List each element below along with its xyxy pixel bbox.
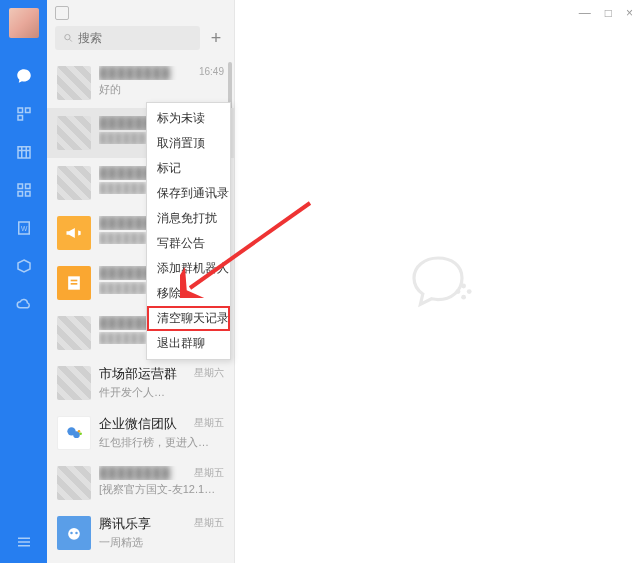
chat-avatar bbox=[57, 516, 91, 550]
chat-list-column: + ████████好的16:49██████████████15:24████… bbox=[47, 0, 235, 563]
chat-avatar bbox=[57, 166, 91, 200]
calendar-icon[interactable] bbox=[14, 142, 34, 162]
chat-item[interactable]: 企业微信团队红包排行榜，更进入…星期五 bbox=[47, 408, 234, 458]
context-menu-item[interactable]: 标为未读 bbox=[147, 106, 230, 131]
maximize-button[interactable]: □ bbox=[605, 6, 612, 20]
chat-item[interactable]: 腾讯乐享一周精选星期五 bbox=[47, 508, 234, 558]
contacts-icon[interactable] bbox=[14, 104, 34, 124]
window-controls: — □ × bbox=[579, 6, 633, 20]
wecom-logo-icon bbox=[398, 242, 478, 322]
context-menu-item[interactable]: 消息免打扰 bbox=[147, 206, 230, 231]
chat-avatar bbox=[57, 116, 91, 150]
context-menu-item[interactable]: 移除 bbox=[147, 281, 230, 306]
chat-item[interactable]: 审批你的用章申请（不外…星期四 bbox=[47, 558, 234, 563]
svg-rect-10 bbox=[25, 192, 30, 197]
list-tab-toggle[interactable] bbox=[55, 6, 69, 20]
workspace-icon[interactable] bbox=[14, 256, 34, 276]
chat-time: 星期五 bbox=[194, 416, 224, 430]
nav-sidebar: W bbox=[0, 0, 47, 563]
add-button[interactable]: + bbox=[206, 28, 226, 48]
apps-icon[interactable] bbox=[14, 180, 34, 200]
context-menu-item[interactable]: 标记 bbox=[147, 156, 230, 181]
svg-rect-0 bbox=[18, 108, 23, 113]
svg-point-32 bbox=[461, 294, 466, 299]
chat-subtitle: 件开发个人… bbox=[99, 385, 224, 400]
close-button[interactable]: × bbox=[626, 6, 633, 20]
chat-time: 16:49 bbox=[199, 66, 224, 77]
svg-rect-3 bbox=[18, 147, 30, 158]
svg-rect-2 bbox=[18, 116, 23, 121]
svg-point-30 bbox=[456, 289, 461, 294]
svg-point-25 bbox=[79, 433, 82, 436]
docs-icon[interactable]: W bbox=[14, 218, 34, 238]
svg-point-31 bbox=[461, 283, 466, 288]
chat-avatar bbox=[57, 266, 91, 300]
svg-point-33 bbox=[467, 289, 472, 294]
main-area: — □ × bbox=[235, 0, 641, 563]
svg-line-18 bbox=[70, 39, 72, 41]
svg-text:W: W bbox=[21, 225, 28, 232]
chat-icon[interactable] bbox=[14, 66, 34, 86]
chat-time: 星期六 bbox=[194, 366, 224, 380]
chat-subtitle: 一周精选 bbox=[99, 535, 224, 550]
context-menu-item[interactable]: 保存到通讯录 bbox=[147, 181, 230, 206]
svg-rect-1 bbox=[25, 108, 30, 113]
chat-avatar bbox=[57, 466, 91, 500]
context-menu-item[interactable]: 取消置顶 bbox=[147, 131, 230, 156]
menu-toggle-icon[interactable] bbox=[15, 533, 33, 551]
chat-time: 星期五 bbox=[194, 466, 224, 480]
svg-rect-8 bbox=[25, 184, 30, 189]
search-box[interactable] bbox=[55, 26, 200, 50]
svg-point-28 bbox=[75, 532, 78, 535]
svg-point-17 bbox=[65, 34, 70, 39]
context-menu-item[interactable]: 退出群聊 bbox=[147, 331, 230, 356]
chat-subtitle: 好的 bbox=[99, 82, 224, 97]
chat-time: 星期五 bbox=[194, 516, 224, 530]
chat-avatar bbox=[57, 416, 91, 450]
avatar[interactable] bbox=[9, 8, 39, 38]
search-input[interactable] bbox=[78, 31, 192, 45]
svg-rect-9 bbox=[18, 192, 23, 197]
context-menu-item[interactable]: 清空聊天记录 bbox=[147, 306, 230, 331]
context-menu-item[interactable]: 添加群机器人 bbox=[147, 256, 230, 281]
chat-subtitle: 红包排行榜，更进入… bbox=[99, 435, 224, 450]
svg-rect-7 bbox=[18, 184, 23, 189]
context-menu: 标为未读取消置顶标记保存到通讯录消息免打扰写群公告添加群机器人移除清空聊天记录退… bbox=[146, 102, 231, 360]
svg-point-24 bbox=[78, 430, 81, 433]
chat-avatar bbox=[57, 216, 91, 250]
minimize-button[interactable]: — bbox=[579, 6, 591, 20]
context-menu-item[interactable]: 写群公告 bbox=[147, 231, 230, 256]
chat-subtitle: [视察官方国文-友12.1… bbox=[99, 482, 224, 497]
chat-item[interactable]: 市场部运营群件开发个人…星期六 bbox=[47, 358, 234, 408]
chat-avatar bbox=[57, 316, 91, 350]
chat-item[interactable]: ████████好的16:49 bbox=[47, 58, 234, 108]
svg-marker-13 bbox=[18, 260, 30, 272]
svg-point-27 bbox=[70, 532, 73, 535]
chat-avatar bbox=[57, 366, 91, 400]
chat-item[interactable]: ████████[视察官方国文-友12.1…星期五 bbox=[47, 458, 234, 508]
cloud-icon[interactable] bbox=[14, 294, 34, 314]
svg-point-26 bbox=[68, 528, 80, 540]
chat-avatar bbox=[57, 66, 91, 100]
